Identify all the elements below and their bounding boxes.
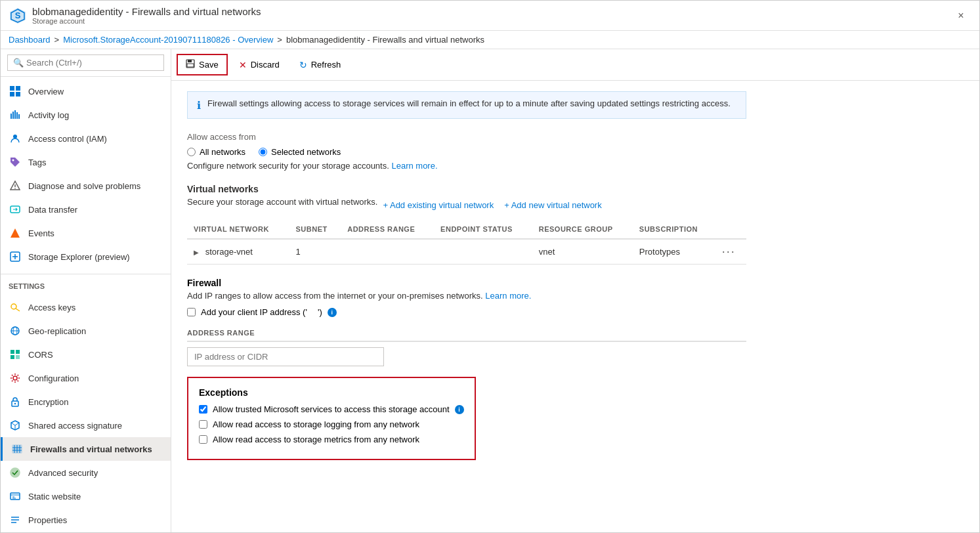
- sidebar-item-sas[interactable]: Shared access signature: [1, 414, 171, 437]
- window-title: blobmanagedidentity - Firewalls and virt…: [32, 6, 950, 17]
- window-close-button[interactable]: ×: [950, 5, 971, 26]
- events-icon: [9, 226, 22, 240]
- sidebar-label-advanced: Advanced security: [28, 468, 98, 478]
- svg-rect-11: [18, 114, 20, 119]
- radio-all-networks-input[interactable]: [187, 148, 196, 156]
- svg-rect-24: [11, 350, 14, 354]
- radio-selected-networks-input[interactable]: [259, 148, 267, 156]
- svg-point-30: [14, 403, 16, 404]
- save-icon: [186, 59, 195, 70]
- sidebar-item-iam[interactable]: Access control (IAM): [1, 127, 171, 150]
- content-scroll: ℹ Firewall settings allowing access to s…: [171, 81, 979, 532]
- info-banner-icon: ℹ: [197, 99, 201, 112]
- sidebar-item-static[interactable]: Static website: [1, 484, 171, 508]
- client-ip-info-icon[interactable]: i: [328, 308, 337, 317]
- sidebar-item-diagnose[interactable]: Diagnose and solve problems: [1, 174, 171, 198]
- table-header-row: VIRTUAL NETWORK SUBNET ADDRESS RANGE END…: [187, 220, 746, 239]
- exception1-info-icon[interactable]: i: [455, 405, 464, 414]
- exception-row-2: Allow read access to storage logging fro…: [199, 419, 464, 429]
- col-actions: [715, 220, 746, 239]
- breadcrumb-sep-2: >: [277, 35, 282, 45]
- row-more-button[interactable]: ···: [722, 245, 736, 258]
- exception3-checkbox[interactable]: [199, 435, 207, 444]
- cell-endpoint-status: [434, 239, 532, 265]
- sidebar-label-transfer: Data transfer: [28, 205, 77, 215]
- sidebar-item-transfer[interactable]: Data transfer: [1, 198, 171, 221]
- client-ip-checkbox[interactable]: [187, 308, 196, 316]
- static-icon: [9, 490, 22, 503]
- svg-point-13: [12, 160, 14, 161]
- sidebar-item-explorer[interactable]: Storage Explorer (preview): [1, 245, 171, 268]
- exception3-label: Allow read access to storage metrics fro…: [213, 435, 419, 444]
- tags-icon: [9, 156, 22, 169]
- col-subnet: SUBNET: [289, 220, 341, 239]
- search-box: 🔍: [1, 49, 171, 77]
- save-button[interactable]: Save: [177, 54, 228, 75]
- content-inner: ℹ Firewall settings allowing access to s…: [171, 81, 762, 471]
- client-ip-row: Add your client IP address (' ') i: [187, 307, 746, 317]
- search-input[interactable]: [26, 58, 158, 68]
- firewall-icon: [11, 442, 24, 456]
- ip-input[interactable]: [187, 347, 384, 366]
- virtual-networks-section: Virtual networks Secure your storage acc…: [187, 184, 746, 265]
- sidebar-item-access-keys[interactable]: Access keys: [1, 295, 171, 319]
- sidebar-item-cors[interactable]: CORS: [1, 343, 171, 366]
- sidebar-item-properties[interactable]: Properties: [1, 508, 171, 532]
- svg-point-19: [11, 304, 16, 309]
- configure-text: Configure network security for your stor…: [187, 161, 746, 171]
- exception2-checkbox[interactable]: [199, 420, 207, 429]
- radio-all-networks[interactable]: All networks: [187, 147, 245, 157]
- firewall-desc: Add IP ranges to allow access from the i…: [187, 291, 746, 301]
- sidebar-item-firewalls[interactable]: Firewalls and virtual networks: [1, 437, 171, 461]
- col-virtual-network: VIRTUAL NETWORK: [187, 220, 289, 239]
- firewall-section: Firewall Add IP ranges to allow access f…: [187, 278, 746, 366]
- add-links: + Add existing virtual network + Add new…: [383, 200, 601, 210]
- add-existing-vnet-link[interactable]: + Add existing virtual network: [383, 200, 494, 210]
- info-banner-text: Firewall settings allowing access to sto…: [207, 98, 731, 108]
- discard-button[interactable]: ✕ Discard: [230, 55, 288, 75]
- iam-icon: [9, 132, 22, 145]
- firewall-learn-more[interactable]: Learn more.: [485, 291, 531, 301]
- sidebar-item-encryption[interactable]: Encryption: [1, 390, 171, 414]
- col-subscription: SUBSCRIPTION: [633, 220, 715, 239]
- exception-row-1: Allow trusted Microsoft services to acce…: [199, 404, 464, 414]
- allow-access-label: Allow access from: [187, 132, 746, 142]
- svg-rect-27: [16, 355, 20, 359]
- cell-subscription: Prototypes: [633, 239, 715, 265]
- radio-group: All networks Selected networks: [187, 147, 746, 157]
- svg-rect-45: [187, 64, 194, 67]
- client-ip-label: Add your client IP address (': [201, 307, 307, 317]
- learn-more-link[interactable]: Learn more.: [391, 161, 437, 171]
- sidebar-label-tags: Tags: [28, 158, 46, 167]
- sidebar-item-geo[interactable]: Geo-replication: [1, 319, 171, 343]
- radio-selected-networks[interactable]: Selected networks: [259, 147, 341, 157]
- virtual-networks-desc: Secure your storage account with virtual…: [187, 197, 377, 207]
- sidebar-item-advanced[interactable]: Advanced security: [1, 461, 171, 484]
- refresh-button[interactable]: ↻ Refresh: [291, 55, 350, 75]
- vnet-desc-row: Secure your storage account with virtual…: [187, 197, 746, 213]
- sidebar-item-locks[interactable]: Locks: [1, 532, 171, 532]
- sidebar-item-config[interactable]: Configuration: [1, 366, 171, 390]
- address-range-header: ADDRESS RANGE: [187, 325, 746, 342]
- refresh-label: Refresh: [311, 60, 341, 70]
- breadcrumb-storage-account[interactable]: Microsoft.StorageAccount-20190711180826 …: [63, 35, 273, 45]
- sidebar-label-diagnose: Diagnose and solve problems: [28, 181, 140, 191]
- sidebar-item-overview[interactable]: Overview: [1, 79, 171, 103]
- svg-rect-6: [16, 92, 20, 96]
- sidebar-item-events[interactable]: Events: [1, 221, 171, 245]
- exception1-checkbox[interactable]: [199, 405, 207, 414]
- breadcrumb-dashboard[interactable]: Dashboard: [9, 35, 51, 45]
- add-new-vnet-link[interactable]: + Add new virtual network: [504, 200, 602, 210]
- firewall-heading: Firewall: [187, 278, 746, 288]
- search-input-wrap[interactable]: 🔍: [7, 54, 164, 71]
- sidebar-label-explorer: Storage Explorer (preview): [28, 252, 130, 262]
- svg-rect-7: [11, 114, 12, 119]
- sas-icon: [9, 419, 22, 432]
- window-subtitle: Storage account: [32, 17, 950, 25]
- explorer-icon: [9, 250, 22, 263]
- advanced-icon: [9, 466, 22, 479]
- expand-arrow[interactable]: ▶: [194, 249, 199, 256]
- sidebar-item-tags[interactable]: Tags: [1, 150, 171, 174]
- refresh-icon: ↻: [299, 60, 307, 70]
- sidebar-item-activity-log[interactable]: Activity log: [1, 103, 171, 127]
